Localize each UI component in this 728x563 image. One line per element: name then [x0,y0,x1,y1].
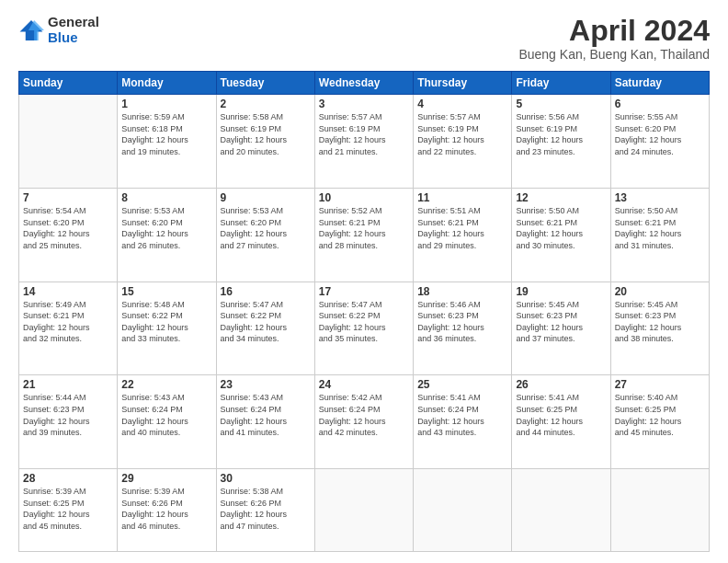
col-saturday: Saturday [610,72,709,95]
day-info: Sunrise: 5:53 AM Sunset: 6:20 PM Dayligh… [121,205,211,251]
table-row: 30Sunrise: 5:38 AM Sunset: 6:26 PM Dayli… [216,469,314,552]
col-thursday: Thursday [414,72,512,95]
table-row: 7Sunrise: 5:54 AM Sunset: 6:20 PM Daylig… [19,188,118,282]
table-row: 2Sunrise: 5:58 AM Sunset: 6:19 PM Daylig… [216,95,314,189]
day-number: 27 [615,378,705,391]
table-row: 27Sunrise: 5:40 AM Sunset: 6:25 PM Dayli… [610,375,709,469]
day-number: 20 [615,285,705,298]
day-number: 23 [221,378,311,391]
table-row: 3Sunrise: 5:57 AM Sunset: 6:19 PM Daylig… [314,95,413,189]
day-number: 3 [319,98,409,110]
day-number: 10 [319,191,409,204]
day-info: Sunrise: 5:43 AM Sunset: 6:24 PM Dayligh… [121,392,211,438]
table-row [512,469,610,552]
table-row: 11Sunrise: 5:51 AM Sunset: 6:21 PM Dayli… [414,188,512,282]
day-info: Sunrise: 5:46 AM Sunset: 6:23 PM Dayligh… [417,299,507,345]
calendar-week-row: 7Sunrise: 5:54 AM Sunset: 6:20 PM Daylig… [19,188,710,282]
day-info: Sunrise: 5:59 AM Sunset: 6:18 PM Dayligh… [121,111,211,157]
table-row: 25Sunrise: 5:41 AM Sunset: 6:24 PM Dayli… [414,375,512,469]
day-info: Sunrise: 5:39 AM Sunset: 6:26 PM Dayligh… [121,486,211,532]
logo-text: General Blue [48,15,99,45]
col-tuesday: Tuesday [216,72,314,95]
day-info: Sunrise: 5:45 AM Sunset: 6:23 PM Dayligh… [615,299,705,345]
day-info: Sunrise: 5:53 AM Sunset: 6:20 PM Dayligh… [221,205,311,251]
col-monday: Monday [118,72,216,95]
day-info: Sunrise: 5:43 AM Sunset: 6:24 PM Dayligh… [221,392,311,438]
logo-blue: Blue [48,30,99,46]
calendar-week-row: 14Sunrise: 5:49 AM Sunset: 6:21 PM Dayli… [19,282,710,375]
day-info: Sunrise: 5:49 AM Sunset: 6:21 PM Dayligh… [23,299,113,345]
day-info: Sunrise: 5:54 AM Sunset: 6:20 PM Dayligh… [23,205,113,251]
header: General Blue April 2024 Bueng Kan, Bueng… [18,15,710,62]
day-number: 28 [23,472,113,485]
title-block: April 2024 Bueng Kan, Bueng Kan, Thailan… [518,15,710,62]
day-info: Sunrise: 5:44 AM Sunset: 6:23 PM Dayligh… [23,392,113,438]
day-number: 11 [417,191,507,204]
table-row: 26Sunrise: 5:41 AM Sunset: 6:25 PM Dayli… [512,375,610,469]
table-row: 20Sunrise: 5:45 AM Sunset: 6:23 PM Dayli… [610,282,709,375]
table-row: 18Sunrise: 5:46 AM Sunset: 6:23 PM Dayli… [414,282,512,375]
day-info: Sunrise: 5:47 AM Sunset: 6:22 PM Dayligh… [221,299,311,345]
day-info: Sunrise: 5:55 AM Sunset: 6:20 PM Dayligh… [615,111,705,157]
day-info: Sunrise: 5:40 AM Sunset: 6:25 PM Dayligh… [615,392,705,438]
day-number: 4 [417,98,507,110]
day-info: Sunrise: 5:50 AM Sunset: 6:21 PM Dayligh… [516,205,606,251]
day-info: Sunrise: 5:47 AM Sunset: 6:22 PM Dayligh… [319,299,409,345]
page: General Blue April 2024 Bueng Kan, Bueng… [0,0,728,563]
table-row [19,95,118,189]
day-number: 13 [615,191,705,204]
day-info: Sunrise: 5:51 AM Sunset: 6:21 PM Dayligh… [417,205,507,251]
day-number: 22 [121,378,211,391]
day-number: 30 [221,472,311,485]
table-row: 5Sunrise: 5:56 AM Sunset: 6:19 PM Daylig… [512,95,610,189]
table-row: 24Sunrise: 5:42 AM Sunset: 6:24 PM Dayli… [314,375,413,469]
table-row: 29Sunrise: 5:39 AM Sunset: 6:26 PM Dayli… [118,469,216,552]
day-number: 5 [516,98,606,110]
table-row: 1Sunrise: 5:59 AM Sunset: 6:18 PM Daylig… [118,95,216,189]
table-row: 22Sunrise: 5:43 AM Sunset: 6:24 PM Dayli… [118,375,216,469]
day-number: 18 [417,285,507,298]
day-number: 2 [221,98,311,110]
table-row: 4Sunrise: 5:57 AM Sunset: 6:19 PM Daylig… [414,95,512,189]
day-number: 21 [23,378,113,391]
day-number: 29 [121,472,211,485]
table-row [314,469,413,552]
day-number: 1 [121,98,211,110]
table-row: 19Sunrise: 5:45 AM Sunset: 6:23 PM Dayli… [512,282,610,375]
day-number: 24 [319,378,409,391]
table-row: 23Sunrise: 5:43 AM Sunset: 6:24 PM Dayli… [216,375,314,469]
calendar-header-row: Sunday Monday Tuesday Wednesday Thursday… [19,72,710,95]
calendar-week-row: 1Sunrise: 5:59 AM Sunset: 6:18 PM Daylig… [19,95,710,189]
day-info: Sunrise: 5:52 AM Sunset: 6:21 PM Dayligh… [319,205,409,251]
table-row: 8Sunrise: 5:53 AM Sunset: 6:20 PM Daylig… [118,188,216,282]
calendar-week-row: 28Sunrise: 5:39 AM Sunset: 6:25 PM Dayli… [19,469,710,552]
col-sunday: Sunday [19,72,118,95]
table-row: 12Sunrise: 5:50 AM Sunset: 6:21 PM Dayli… [512,188,610,282]
table-row: 9Sunrise: 5:53 AM Sunset: 6:20 PM Daylig… [216,188,314,282]
day-number: 17 [319,285,409,298]
table-row: 10Sunrise: 5:52 AM Sunset: 6:21 PM Dayli… [314,188,413,282]
day-info: Sunrise: 5:38 AM Sunset: 6:26 PM Dayligh… [221,486,311,532]
table-row: 21Sunrise: 5:44 AM Sunset: 6:23 PM Dayli… [19,375,118,469]
logo-general: General [48,15,99,30]
day-info: Sunrise: 5:41 AM Sunset: 6:25 PM Dayligh… [516,392,606,438]
day-info: Sunrise: 5:57 AM Sunset: 6:19 PM Dayligh… [319,111,409,157]
col-friday: Friday [512,72,610,95]
subtitle: Bueng Kan, Bueng Kan, Thailand [518,47,710,62]
day-number: 26 [516,378,606,391]
logo: General Blue [18,15,99,45]
table-row: 6Sunrise: 5:55 AM Sunset: 6:20 PM Daylig… [610,95,709,189]
day-number: 15 [121,285,211,298]
day-number: 12 [516,191,606,204]
day-number: 8 [121,191,211,204]
day-info: Sunrise: 5:58 AM Sunset: 6:19 PM Dayligh… [221,111,311,157]
table-row [414,469,512,552]
table-row: 15Sunrise: 5:48 AM Sunset: 6:22 PM Dayli… [118,282,216,375]
table-row: 14Sunrise: 5:49 AM Sunset: 6:21 PM Dayli… [19,282,118,375]
table-row: 16Sunrise: 5:47 AM Sunset: 6:22 PM Dayli… [216,282,314,375]
table-row [610,469,709,552]
day-info: Sunrise: 5:41 AM Sunset: 6:24 PM Dayligh… [417,392,507,438]
day-number: 14 [23,285,113,298]
month-title: April 2024 [518,15,710,47]
day-number: 6 [615,98,705,110]
